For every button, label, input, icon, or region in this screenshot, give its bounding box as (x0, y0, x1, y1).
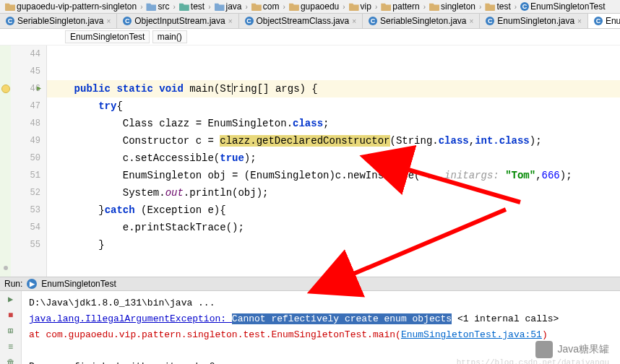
left-margin (0, 46, 11, 277)
class-icon: C (520, 2, 529, 11)
tab-5[interactable]: CEnumSingletonTest.java× (588, 14, 620, 28)
line-number: 55 (11, 236, 40, 254)
class-icon: C (6, 17, 14, 25)
close-icon[interactable]: × (228, 17, 233, 25)
class-icon: C (123, 17, 132, 25)
tab-2[interactable]: CObjectStreamClass.java× (239, 14, 363, 28)
warning-icon (1, 84, 10, 93)
run-config-icon: ▶ (27, 279, 37, 289)
filter-icon[interactable]: ≡ (5, 342, 17, 353)
console-line: D:\Java\jdk1.8.0_131\bin\java ... (29, 295, 613, 311)
run-header: Run: ▶ EnumSingletonTest (0, 277, 620, 291)
line-number: 49 (11, 132, 40, 150)
stacktrace-link[interactable]: EnumSingletonTest.java:51 (401, 329, 542, 340)
run-gutter-icon[interactable]: ▶ (37, 80, 41, 98)
folder-icon (289, 2, 299, 11)
line-number: 54 (11, 219, 40, 236)
stop-icon[interactable]: ■ (5, 310, 17, 321)
console-line: java.lang.IllegalArgumentException: Cann… (29, 311, 613, 327)
line-number: 53 (11, 202, 40, 219)
close-icon[interactable]: × (352, 17, 356, 25)
console-line: at com.gupaoedu.vip.pattern.singleton.te… (29, 327, 613, 343)
wechat-logo-icon (535, 341, 553, 358)
class-icon: C (486, 17, 494, 25)
tab-1[interactable]: CObjectInputStream.java× (117, 14, 238, 28)
folder-icon (381, 2, 391, 11)
tab-3[interactable]: CSeriableSingleton.java× (363, 14, 480, 28)
line-number: 45 (11, 63, 40, 80)
breakpoint-slot[interactable] (4, 266, 8, 270)
close-icon[interactable]: × (577, 17, 582, 25)
context-bar: EnumSingletonTest main() (0, 29, 620, 46)
line-gutter: 44 45 46▶ 47 48 49 50 51 52 53 54 55 (11, 46, 47, 277)
line-number: 52 (11, 184, 40, 202)
code-area[interactable]: public static void main(String[] args) {… (47, 46, 620, 277)
folder-icon (179, 2, 189, 11)
line-number: 47 (11, 98, 40, 115)
crumb-5[interactable]: gupaoedu (287, 1, 341, 12)
breadcrumb-bar: gupaoedu-vip-pattern-singleton› src› tes… (0, 0, 620, 14)
folder-icon (485, 2, 495, 11)
run-title: Run: (4, 279, 22, 289)
watermark: Java糖果罐 (535, 341, 609, 358)
watermark-url: https://blog.csdn.net/dataiyangu (457, 358, 609, 364)
crumb-9[interactable]: test (483, 1, 512, 12)
line-number: 46▶ (11, 80, 40, 98)
crumb-0[interactable]: gupaoedu-vip-pattern-singleton (3, 1, 139, 12)
crumb-2[interactable]: test (177, 1, 207, 12)
folder-icon (251, 2, 262, 11)
layout-icon[interactable]: ⊞ (5, 326, 17, 337)
folder-icon (215, 2, 225, 11)
rerun-icon[interactable]: ▶ (5, 294, 17, 306)
line-number: 48 (11, 115, 40, 132)
line-number: 51 (11, 167, 40, 184)
console-toolbar: ▶ ■ ⊞ ≡ 🗑 🖶 (0, 291, 22, 364)
editor-tabs: CSeriableSingleton.java× CObjectInputStr… (0, 14, 620, 29)
context-method[interactable]: main() (152, 30, 187, 43)
line-number: 44 (11, 46, 40, 63)
console[interactable]: ▶ ■ ⊞ ≡ 🗑 🖶 D:\Java\jdk1.8.0_131\bin\jav… (0, 291, 620, 364)
close-icon[interactable]: × (470, 17, 474, 25)
line-number: 50 (11, 150, 40, 167)
crumb-1[interactable]: src (144, 1, 171, 12)
class-icon: C (245, 17, 254, 25)
code-editor[interactable]: 44 45 46▶ 47 48 49 50 51 52 53 54 55 pub… (0, 46, 620, 277)
folder-icon (5, 2, 15, 11)
class-icon: C (369, 17, 377, 25)
tab-0[interactable]: CSeriableSingleton.java× (0, 14, 117, 28)
context-class[interactable]: EnumSingletonTest (65, 30, 150, 43)
crumb-4[interactable]: com (249, 1, 282, 12)
trash-icon[interactable]: 🗑 (5, 358, 17, 364)
tab-4[interactable]: CEnumSingleton.java× (480, 14, 588, 28)
run-panel: Run: ▶ EnumSingletonTest ▶ ■ ⊞ ≡ 🗑 🖶 D:\… (0, 277, 620, 364)
class-icon: C (594, 17, 603, 25)
run-config-name[interactable]: EnumSingletonTest (41, 279, 116, 289)
crumb-3[interactable]: java (212, 1, 244, 12)
selected-text: Cannot reflectively create enum objects (232, 313, 452, 324)
folder-icon (146, 2, 156, 11)
crumb-8[interactable]: singleton (427, 1, 478, 12)
crumb-7[interactable]: pattern (379, 1, 421, 12)
folder-icon (349, 2, 359, 11)
folder-icon (429, 2, 439, 11)
close-icon[interactable]: × (106, 17, 111, 25)
crumb-10[interactable]: CEnumSingletonTest (518, 1, 607, 12)
crumb-6[interactable]: vip (347, 1, 374, 12)
